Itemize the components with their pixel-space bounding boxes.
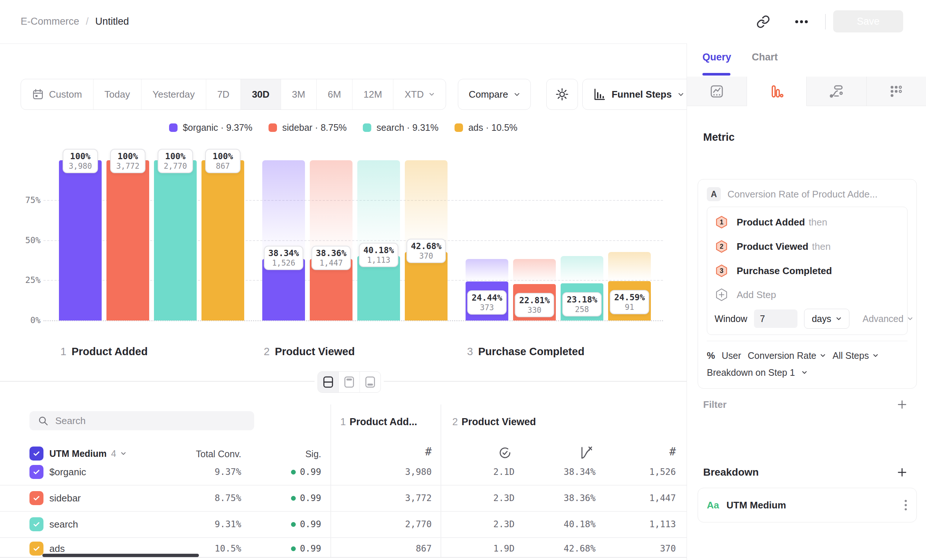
more-options-button[interactable] (791, 13, 812, 30)
tab-retention[interactable] (867, 77, 926, 106)
funnel-bar[interactable] (201, 160, 244, 321)
date-range-12m[interactable]: 12M (353, 79, 394, 109)
chevron-down-icon (836, 316, 842, 322)
layout-chart-only-button[interactable] (339, 372, 360, 392)
chevron-down-icon (802, 369, 807, 375)
layout-table-only-button[interactable] (360, 372, 380, 392)
conv-rate-icon[interactable] (580, 446, 594, 460)
window-value-input[interactable] (754, 309, 797, 328)
window-label: Window (714, 313, 747, 324)
kebab-menu-icon[interactable] (904, 499, 908, 512)
table-step2-header[interactable]: 2Product Viewed (452, 416, 536, 428)
add-step-button[interactable]: Add Step (714, 283, 900, 307)
breakdown-on-step-dropdown[interactable]: Breakdown on Step 1 (707, 364, 908, 381)
check-icon (32, 468, 41, 476)
legend-item[interactable]: $organic · 9.37% (169, 122, 252, 133)
date-range-yesterday[interactable]: Yesterday (141, 79, 206, 109)
chart-settings-button[interactable] (546, 79, 578, 110)
metric-title-row[interactable]: A Conversion Rate of Product Adde... (707, 186, 908, 202)
table-row[interactable]: $organic9.37%0.993,9802.1D38.34%1,526 (0, 459, 687, 484)
row-checkbox[interactable] (29, 465, 44, 479)
date-range-xtd[interactable]: XTD (393, 79, 446, 109)
chevron-down-icon (678, 91, 684, 98)
bar-value-label: 38.36%1,447 (311, 246, 351, 270)
legend-item[interactable]: search · 9.31% (363, 122, 438, 133)
window-unit-dropdown[interactable]: days (804, 309, 849, 328)
steps-scope-dropdown[interactable]: All Steps (832, 350, 879, 361)
table-step1-header[interactable]: 1Product Add... (340, 416, 417, 428)
row-checkbox[interactable] (29, 542, 44, 555)
total-conv-cell: 10.5% (168, 543, 241, 554)
date-range-30d[interactable]: 30D (241, 79, 281, 109)
date-range-3m[interactable]: 3M (281, 79, 317, 109)
total-conv-cell: 8.75% (168, 493, 241, 503)
measure-entity[interactable]: User (722, 350, 741, 361)
date-range-today[interactable]: Today (94, 79, 141, 109)
funnel-ghost-bar (310, 160, 353, 259)
advanced-dropdown[interactable]: Advanced (862, 313, 913, 324)
legend-label: search · 9.31% (377, 122, 438, 133)
legend-item[interactable]: sidebar · 8.75% (269, 122, 346, 133)
avg-time-cell: 2.3D (441, 519, 514, 530)
table-row[interactable]: search9.31%0.992,7702.3D40.18%1,113 (0, 512, 687, 537)
add-breakdown-button[interactable] (897, 467, 908, 478)
measure-metric-dropdown[interactable]: Conversion Rate (748, 350, 826, 361)
funnel-bar[interactable] (59, 160, 102, 321)
share-link-button[interactable] (754, 13, 772, 30)
step-suffix: then (808, 216, 827, 228)
breadcrumb-current[interactable]: Untitled (95, 16, 129, 27)
date-range-7d[interactable]: 7D (206, 79, 241, 109)
total-conv-column-header[interactable]: Total Conv. (168, 449, 241, 459)
step1-count-cell: 3,772 (358, 493, 432, 503)
row-checkbox[interactable] (29, 517, 44, 531)
query-panel: Query Chart (687, 44, 926, 560)
search-input[interactable] (54, 415, 246, 427)
legend-item[interactable]: ads · 10.5% (454, 122, 517, 133)
metric-card: A Conversion Rate of Product Adde... 1Pr… (698, 179, 917, 389)
sig-column-header[interactable]: Sig. (248, 449, 321, 459)
tab-flows[interactable] (806, 77, 867, 106)
legend-label: sidebar · 8.75% (282, 122, 346, 133)
step-event-name: Purchase Completed (737, 265, 832, 276)
step1-count-cell: 3,980 (358, 467, 432, 477)
svg-text:2: 2 (720, 243, 723, 250)
add-filter-button[interactable] (897, 399, 908, 410)
funnel-bar[interactable] (106, 160, 149, 321)
row-checkbox[interactable] (29, 491, 44, 505)
step2-count-cell: 1,526 (602, 467, 676, 477)
query-step-row[interactable]: 1Product Addedthen (714, 210, 900, 234)
count-icon[interactable]: # (395, 445, 432, 458)
sig-dot (291, 522, 296, 527)
total-conv-cell: 9.31% (168, 519, 241, 530)
check-icon (32, 520, 41, 528)
compare-button[interactable]: Compare (458, 79, 531, 110)
filter-heading: Filter (703, 399, 727, 410)
breakdown-heading: Breakdown (703, 466, 759, 478)
tab-chart[interactable]: Chart (752, 51, 778, 63)
query-step-row[interactable]: 2Product Viewedthen (714, 234, 900, 259)
query-step-row[interactable]: 3Purchase Completed (714, 259, 900, 283)
chart-type-selector[interactable]: Funnel Steps (583, 79, 694, 110)
chart-legend: $organic · 9.37%sidebar · 8.75%search · … (0, 122, 687, 133)
date-range-custom[interactable]: Custom (21, 79, 94, 109)
funnel-bar[interactable] (154, 160, 197, 321)
breakdown-column-header[interactable]: UTM Medium 4 (49, 446, 126, 460)
breakdown-property-card[interactable]: Aa UTM Medium (698, 488, 917, 522)
chevron-down-icon (429, 91, 435, 97)
avg-time-cell: 2.3D (441, 493, 514, 503)
count-icon[interactable]: # (639, 445, 676, 458)
tab-insights[interactable] (687, 77, 747, 106)
table-row[interactable]: sidebar8.75%0.993,7722.3D38.36%1,447 (0, 486, 687, 511)
split-view-icon (323, 376, 334, 388)
select-all-checkbox[interactable] (29, 446, 44, 460)
search-icon (38, 415, 48, 426)
date-range-6m[interactable]: 6M (317, 79, 353, 109)
tab-funnels[interactable] (747, 77, 807, 106)
layout-split-button[interactable] (318, 372, 339, 392)
filter-section-header: Filter (703, 397, 908, 412)
save-button[interactable]: Save (833, 10, 903, 32)
tab-query[interactable]: Query (702, 51, 731, 63)
avg-time-icon[interactable] (498, 446, 512, 460)
breadcrumb-parent[interactable]: E-Commerce (21, 16, 79, 27)
horizontal-scrollbar-thumb[interactable] (42, 554, 199, 557)
